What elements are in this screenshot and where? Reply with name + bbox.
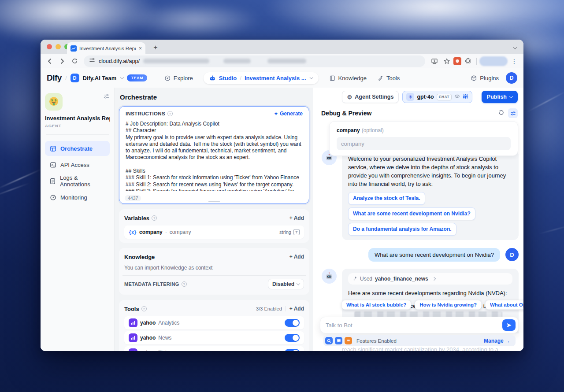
explore-icon — [164, 75, 171, 81]
address-bar[interactable]: cloud.dify.ai/app/ — [84, 55, 425, 67]
browser-tab[interactable]: Investment Analysis Report C — [67, 42, 145, 54]
suggested-question-chip[interactable]: What about OpenAI deal? — [485, 300, 523, 310]
nav-studio-label[interactable]: Studio — [219, 75, 237, 81]
agent-title: Investment Analysis Repo... — [45, 115, 110, 122]
help-icon[interactable] — [167, 111, 173, 116]
agent-settings-button[interactable]: Agent Settings — [342, 91, 399, 103]
help-icon[interactable] — [152, 215, 157, 221]
tool-usage-pill[interactable]: Used yahoo_finance_news — [348, 273, 512, 285]
tool-name: Ticker — [158, 350, 172, 351]
generate-button[interactable]: Generate — [274, 111, 303, 117]
dify-logo[interactable]: Dify — [47, 73, 62, 83]
workspace-name[interactable]: Dify.AI Team — [83, 75, 117, 81]
tab-search-chevron-icon[interactable] — [513, 45, 517, 49]
sidebar-item-logs-annotations[interactable]: Logs & Annotations — [45, 174, 110, 189]
chevron-down-icon — [297, 281, 300, 285]
optional-label: (optional) — [362, 127, 384, 133]
site-info-icon[interactable] — [89, 57, 95, 65]
instruction-line: ## Character — [126, 127, 303, 134]
team-badge: TEAM — [127, 74, 147, 81]
chat-input[interactable] — [326, 322, 502, 329]
yahoo-finance-icon — [129, 318, 137, 327]
chat-input-bar — [320, 317, 519, 333]
suggestion-chip[interactable]: Analyze the stock of Tesla. — [348, 192, 425, 205]
sidebar-item-api-access[interactable]: API Access — [45, 157, 110, 172]
suggestion-chip[interactable]: Do a fundamental analysis for Amazon. — [348, 223, 456, 236]
workspace-avatar[interactable]: D — [70, 74, 79, 82]
tool-row[interactable]: yahoo Analytics — [124, 316, 304, 329]
tool-row[interactable]: yahoo Ticker — [124, 346, 304, 351]
model-selector[interactable]: gpt-4o CHAT — [402, 91, 472, 103]
user-message: What are some recent development on Nvid… — [322, 248, 519, 262]
company-field[interactable] — [337, 137, 511, 150]
app-body: $ $ Investment Analysis Repo... AGENT — [41, 88, 523, 351]
install-app-icon[interactable] — [429, 55, 440, 67]
workspace-chevron-icon[interactable] — [120, 75, 124, 79]
metadata-filtering-dropdown[interactable]: Disabled — [268, 279, 304, 289]
publish-button[interactable]: Publish — [482, 91, 518, 103]
add-variable-button[interactable]: + Add — [289, 215, 304, 221]
tool-used-label: Used — [360, 275, 372, 283]
studio-app-switcher[interactable]: Studio Investment Analysis ... — [204, 72, 319, 84]
user-avatar[interactable]: D — [506, 72, 517, 84]
add-knowledge-button[interactable]: + Add — [289, 254, 304, 260]
sidebar-item-orchestrate[interactable]: Orchestrate — [45, 141, 110, 156]
tools-meta: 3/3 Enabled + Add — [256, 306, 304, 312]
adblock-extension-icon[interactable] — [453, 57, 461, 65]
terminal-icon — [49, 162, 56, 168]
profile-chip[interactable] — [479, 56, 508, 66]
extensions-puzzle-icon[interactable] — [462, 55, 474, 67]
robot-icon — [209, 75, 216, 81]
nav-explore[interactable]: Explore — [164, 75, 193, 81]
app-settings-sliders-icon[interactable] — [103, 93, 110, 101]
suggestion-chip[interactable]: What are some recent development on Nvid… — [348, 207, 475, 220]
close-window-button[interactable] — [47, 44, 52, 49]
generate-label: Generate — [280, 111, 303, 117]
reload-icon[interactable] — [69, 55, 80, 67]
dify-app: Dify D Dify.AI Team TEAM Explore Studio — [41, 68, 523, 351]
help-icon[interactable] — [182, 281, 187, 287]
user-bubble: What are some recent development on Nvid… — [368, 248, 500, 262]
prompt-editor[interactable]: # Job Description: Data Analysis Copilot… — [119, 118, 309, 191]
tool-used-name: yahoo_finance_news — [375, 275, 428, 283]
variable-type-label: string — [279, 229, 291, 235]
bookmark-star-icon[interactable] — [441, 55, 453, 67]
tab-close-icon[interactable] — [139, 46, 142, 51]
resize-handle[interactable] — [208, 201, 220, 202]
suggested-question-chip[interactable]: What is AI stock bubble? — [341, 300, 411, 310]
tool-toggle[interactable] — [285, 349, 300, 351]
suggested-question-chip[interactable]: How is Nvidia growing? — [415, 300, 482, 310]
browser-menu-icon[interactable] — [508, 55, 520, 67]
current-app-name[interactable]: Investment Analysis ... — [245, 75, 306, 81]
add-tool-button[interactable]: + Add — [289, 306, 304, 312]
model-params-sliders-icon[interactable] — [463, 93, 468, 101]
tool-toggle[interactable] — [285, 334, 300, 342]
nav-plugins[interactable]: Plugins — [471, 75, 499, 81]
send-button[interactable] — [502, 319, 516, 331]
company-field-label: company — [337, 127, 360, 133]
debug-title: Debug & Preview — [321, 110, 371, 117]
variable-row[interactable]: {x} company company string — [124, 226, 304, 239]
tool-toggle[interactable] — [285, 319, 300, 327]
manage-features-link[interactable]: Manage — [484, 338, 510, 344]
suggestion-chips: Analyze the stock of Tesla. What are som… — [348, 192, 512, 236]
minimize-window-button[interactable] — [56, 44, 61, 49]
citation-search-icon — [325, 337, 333, 344]
forward-icon[interactable] — [56, 55, 68, 67]
debug-settings-sliders-icon[interactable] — [508, 108, 518, 118]
nav-knowledge-label: Knowledge — [338, 75, 367, 81]
nav-knowledge[interactable]: Knowledge — [329, 75, 367, 81]
header-separator — [65, 75, 67, 81]
agent-emoji-avatar[interactable]: $ $ — [45, 93, 63, 111]
back-icon[interactable] — [44, 55, 56, 67]
header-nav: Explore Studio Investment Analysis ... K… — [164, 72, 400, 84]
help-icon[interactable] — [141, 306, 147, 311]
sidebar-item-monitoring[interactable]: Monitoring — [45, 190, 110, 205]
nav-tools-label: Tools — [386, 75, 400, 81]
app-switcher-chevron-icon[interactable] — [309, 75, 313, 79]
tool-row[interactable]: yahoo News — [124, 331, 304, 344]
restart-icon[interactable] — [498, 109, 505, 118]
nav-tools[interactable]: Tools — [377, 75, 400, 81]
page-title: Orchestrate — [120, 93, 309, 101]
new-tab-button[interactable] — [151, 43, 160, 52]
